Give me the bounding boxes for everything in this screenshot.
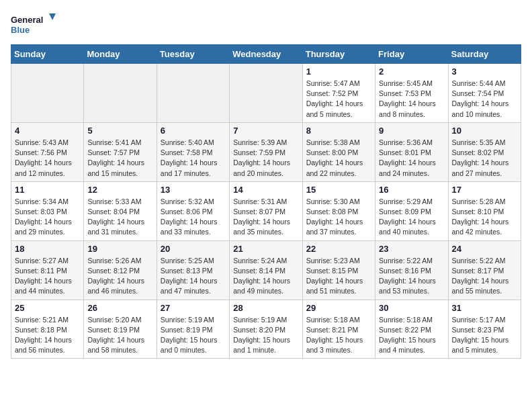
- day-info: Sunrise: 5:43 AM Sunset: 7:56 PM Dayligh…: [15, 138, 80, 179]
- day-info: Sunrise: 5:26 AM Sunset: 8:12 PM Dayligh…: [87, 256, 152, 297]
- day-number: 15: [306, 185, 371, 195]
- day-number: 22: [306, 244, 371, 254]
- calendar-cell: 6Sunrise: 5:40 AM Sunset: 7:58 PM Daylig…: [157, 122, 229, 181]
- day-number: 3: [452, 66, 517, 77]
- day-info: Sunrise: 5:24 AM Sunset: 8:14 PM Dayligh…: [233, 256, 298, 297]
- day-info: Sunrise: 5:47 AM Sunset: 7:52 PM Dayligh…: [306, 79, 371, 120]
- calendar-cell: 16Sunrise: 5:29 AM Sunset: 8:09 PM Dayli…: [375, 181, 448, 240]
- logo: General Blue: [11, 11, 58, 38]
- calendar-cell: 9Sunrise: 5:36 AM Sunset: 8:01 PM Daylig…: [375, 122, 448, 181]
- day-info: Sunrise: 5:20 AM Sunset: 8:19 PM Dayligh…: [87, 315, 152, 356]
- day-number: 9: [379, 126, 444, 136]
- calendar-cell: 25Sunrise: 5:21 AM Sunset: 8:18 PM Dayli…: [11, 300, 84, 359]
- day-number: 25: [15, 303, 80, 313]
- day-number: 26: [87, 303, 152, 313]
- day-number: 10: [452, 126, 517, 136]
- day-info: Sunrise: 5:28 AM Sunset: 8:10 PM Dayligh…: [452, 197, 517, 238]
- calendar-table: SundayMondayTuesdayWednesdayThursdayFrid…: [11, 44, 521, 359]
- calendar-cell: 24Sunrise: 5:22 AM Sunset: 8:17 PM Dayli…: [448, 240, 521, 300]
- day-info: Sunrise: 5:23 AM Sunset: 8:15 PM Dayligh…: [306, 256, 371, 297]
- day-number: 16: [379, 185, 444, 195]
- day-info: Sunrise: 5:30 AM Sunset: 8:08 PM Dayligh…: [306, 197, 371, 238]
- calendar-cell: 30Sunrise: 5:18 AM Sunset: 8:22 PM Dayli…: [375, 300, 448, 359]
- day-info: Sunrise: 5:38 AM Sunset: 8:00 PM Dayligh…: [306, 138, 371, 179]
- day-info: Sunrise: 5:39 AM Sunset: 7:59 PM Dayligh…: [233, 138, 298, 179]
- day-info: Sunrise: 5:35 AM Sunset: 8:02 PM Dayligh…: [452, 138, 517, 179]
- calendar-cell: 7Sunrise: 5:39 AM Sunset: 7:59 PM Daylig…: [230, 122, 302, 181]
- day-number: 17: [452, 185, 517, 195]
- day-info: Sunrise: 5:32 AM Sunset: 8:06 PM Dayligh…: [161, 197, 226, 238]
- weekday-header: Sunday: [11, 45, 84, 64]
- day-info: Sunrise: 5:33 AM Sunset: 8:04 PM Dayligh…: [87, 197, 152, 238]
- svg-text:General: General: [11, 15, 43, 25]
- weekday-header: Monday: [84, 45, 157, 64]
- weekday-header: Wednesday: [230, 45, 302, 64]
- day-info: Sunrise: 5:34 AM Sunset: 8:03 PM Dayligh…: [15, 197, 80, 238]
- calendar-cell: [230, 64, 302, 123]
- day-info: Sunrise: 5:19 AM Sunset: 8:19 PM Dayligh…: [161, 315, 226, 356]
- day-number: 21: [233, 244, 298, 254]
- day-info: Sunrise: 5:27 AM Sunset: 8:11 PM Dayligh…: [15, 256, 80, 297]
- calendar-cell: 22Sunrise: 5:23 AM Sunset: 8:15 PM Dayli…: [302, 240, 375, 300]
- day-number: 31: [452, 303, 517, 313]
- day-info: Sunrise: 5:44 AM Sunset: 7:54 PM Dayligh…: [452, 79, 517, 120]
- calendar-cell: 3Sunrise: 5:44 AM Sunset: 7:54 PM Daylig…: [448, 64, 521, 123]
- weekday-header: Tuesday: [157, 45, 229, 64]
- calendar-cell: 19Sunrise: 5:26 AM Sunset: 8:12 PM Dayli…: [84, 240, 157, 300]
- calendar-week-row: 18Sunrise: 5:27 AM Sunset: 8:11 PM Dayli…: [11, 240, 521, 300]
- calendar-week-row: 25Sunrise: 5:21 AM Sunset: 8:18 PM Dayli…: [11, 300, 521, 359]
- day-number: 6: [161, 126, 226, 136]
- calendar-cell: 27Sunrise: 5:19 AM Sunset: 8:19 PM Dayli…: [157, 300, 229, 359]
- calendar-cell: 26Sunrise: 5:20 AM Sunset: 8:19 PM Dayli…: [84, 300, 157, 359]
- day-number: 18: [15, 244, 80, 254]
- day-number: 11: [15, 185, 80, 195]
- weekday-header: Thursday: [302, 45, 375, 64]
- day-info: Sunrise: 5:29 AM Sunset: 8:09 PM Dayligh…: [379, 197, 444, 238]
- calendar-cell: 14Sunrise: 5:31 AM Sunset: 8:07 PM Dayli…: [230, 181, 302, 240]
- svg-text:Blue: Blue: [11, 25, 30, 35]
- calendar-cell: [11, 64, 84, 123]
- day-number: 20: [161, 244, 226, 254]
- day-info: Sunrise: 5:25 AM Sunset: 8:13 PM Dayligh…: [161, 256, 226, 297]
- day-number: 19: [87, 244, 152, 254]
- day-number: 13: [161, 185, 226, 195]
- day-number: 14: [233, 185, 298, 195]
- calendar-cell: 28Sunrise: 5:19 AM Sunset: 8:20 PM Dayli…: [230, 300, 302, 359]
- calendar-cell: 5Sunrise: 5:41 AM Sunset: 7:57 PM Daylig…: [84, 122, 157, 181]
- day-info: Sunrise: 5:31 AM Sunset: 8:07 PM Dayligh…: [233, 197, 298, 238]
- calendar-cell: 1Sunrise: 5:47 AM Sunset: 7:52 PM Daylig…: [302, 64, 375, 123]
- day-info: Sunrise: 5:36 AM Sunset: 8:01 PM Dayligh…: [379, 138, 444, 179]
- calendar-cell: 15Sunrise: 5:30 AM Sunset: 8:08 PM Dayli…: [302, 181, 375, 240]
- day-info: Sunrise: 5:40 AM Sunset: 7:58 PM Dayligh…: [161, 138, 226, 179]
- day-number: 1: [306, 66, 371, 77]
- page-header: General Blue: [11, 11, 521, 38]
- calendar-cell: 8Sunrise: 5:38 AM Sunset: 8:00 PM Daylig…: [302, 122, 375, 181]
- day-info: Sunrise: 5:19 AM Sunset: 8:20 PM Dayligh…: [233, 315, 298, 356]
- day-number: 29: [306, 303, 371, 313]
- day-number: 7: [233, 126, 298, 136]
- day-number: 2: [379, 66, 444, 77]
- logo-svg: General Blue: [11, 11, 58, 38]
- svg-marker-2: [49, 13, 56, 20]
- calendar-week-row: 1Sunrise: 5:47 AM Sunset: 7:52 PM Daylig…: [11, 64, 521, 123]
- calendar-cell: 10Sunrise: 5:35 AM Sunset: 8:02 PM Dayli…: [448, 122, 521, 181]
- calendar-cell: 31Sunrise: 5:17 AM Sunset: 8:23 PM Dayli…: [448, 300, 521, 359]
- day-info: Sunrise: 5:22 AM Sunset: 8:16 PM Dayligh…: [379, 256, 444, 297]
- calendar-cell: [157, 64, 229, 123]
- day-number: 8: [306, 126, 371, 136]
- day-number: 30: [379, 303, 444, 313]
- calendar-cell: 18Sunrise: 5:27 AM Sunset: 8:11 PM Dayli…: [11, 240, 84, 300]
- calendar-cell: 23Sunrise: 5:22 AM Sunset: 8:16 PM Dayli…: [375, 240, 448, 300]
- calendar-cell: 12Sunrise: 5:33 AM Sunset: 8:04 PM Dayli…: [84, 181, 157, 240]
- weekday-header: Friday: [375, 45, 448, 64]
- day-info: Sunrise: 5:22 AM Sunset: 8:17 PM Dayligh…: [452, 256, 517, 297]
- day-number: 12: [87, 185, 152, 195]
- day-number: 5: [87, 126, 152, 136]
- day-number: 28: [233, 303, 298, 313]
- calendar-cell: 17Sunrise: 5:28 AM Sunset: 8:10 PM Dayli…: [448, 181, 521, 240]
- calendar-week-row: 11Sunrise: 5:34 AM Sunset: 8:03 PM Dayli…: [11, 181, 521, 240]
- day-info: Sunrise: 5:18 AM Sunset: 8:22 PM Dayligh…: [379, 315, 444, 356]
- day-info: Sunrise: 5:17 AM Sunset: 8:23 PM Dayligh…: [452, 315, 517, 356]
- day-info: Sunrise: 5:41 AM Sunset: 7:57 PM Dayligh…: [87, 138, 152, 179]
- day-info: Sunrise: 5:18 AM Sunset: 8:21 PM Dayligh…: [306, 315, 371, 356]
